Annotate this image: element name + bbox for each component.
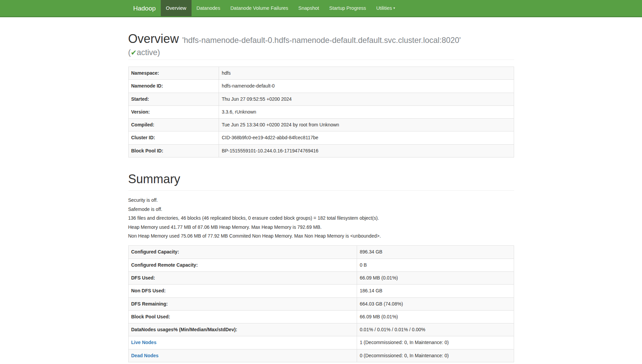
- summary-label: Configured Remote Capacity:: [128, 259, 357, 271]
- security-status-text: Security is off.: [128, 197, 514, 203]
- nav-link-overview[interactable]: Overview: [161, 0, 191, 16]
- summary-page-header: Summary: [128, 171, 514, 191]
- table-row: Block Pool Used: 66.09 MB (0.01%): [128, 310, 514, 323]
- summary-title: Summary: [128, 171, 514, 188]
- page-title-text: Overview: [128, 32, 179, 46]
- nav-link-datanode-volume-failures[interactable]: Datanode Volume Failures: [225, 0, 293, 16]
- info-label: Block Pool ID:: [128, 144, 219, 157]
- caret-down-icon: ▾: [393, 5, 395, 11]
- nav-link-utilities[interactable]: Utilities▾: [371, 0, 400, 16]
- dead-nodes-cell: Dead Nodes: [128, 349, 357, 362]
- non-heap-memory-text: Non Heap Memory used 75.06 MB of 77.92 M…: [128, 233, 514, 239]
- namenode-info-table: Namespace: hdfs Namenode ID: hdfs-nameno…: [128, 67, 514, 157]
- nav-item-startup-progress: Startup Progress: [324, 0, 371, 16]
- nav-item-datanodes: Datanodes: [192, 0, 225, 16]
- main-content: Overview 'hdfs-namenode-default-0.hdfs-n…: [123, 31, 519, 362]
- table-row: Block Pool ID: BP-1515559101-10.244.0.16…: [128, 144, 514, 157]
- info-label: Cluster ID:: [128, 131, 219, 144]
- brand-hadoop[interactable]: Hadoop: [128, 0, 161, 16]
- summary-label: Configured Capacity:: [128, 246, 357, 259]
- table-row: DFS Remaining: 664.03 GB (74.08%): [128, 297, 514, 310]
- table-row: Namespace: hdfs: [128, 67, 514, 80]
- table-row: Version: 3.3.6, rUnknown: [128, 105, 514, 118]
- info-value: CID-368b9fc0-ee19-4d22-abbd-84fcec8117be: [219, 131, 514, 144]
- summary-value: 0.01% / 0.01% / 0.01% / 0.00%: [357, 323, 514, 336]
- nav-utilities-label: Utilities: [376, 5, 392, 11]
- namenode-status: (✔active): [128, 49, 514, 56]
- namenode-address: 'hdfs-namenode-default-0.hdfs-namenode-d…: [182, 36, 461, 45]
- info-label: Version:: [128, 105, 219, 118]
- summary-value: 186.14 GB: [357, 285, 514, 297]
- info-label: Compiled:: [128, 119, 219, 131]
- live-nodes-link[interactable]: Live Nodes: [131, 340, 157, 345]
- summary-value: 0 (Decommissioned: 0, In Maintenance: 0): [357, 349, 514, 362]
- info-value: 3.3.6, rUnknown: [219, 105, 514, 118]
- summary-value: 0 B: [357, 259, 514, 271]
- nav-item-utilities-dropdown: Utilities▾: [371, 0, 400, 16]
- summary-value: 66.09 MB (0.01%): [357, 271, 514, 284]
- info-value: Thu Jun 27 09:52:55 +0200 2024: [219, 93, 514, 105]
- active-check-icon: ✔: [131, 49, 137, 56]
- summary-label: DFS Used:: [128, 271, 357, 284]
- heap-memory-text: Heap Memory used 41.77 MB of 87.06 MB He…: [128, 224, 514, 230]
- safemode-status-text: Safemode is off.: [128, 207, 514, 212]
- table-row: Namenode ID: hdfs-namenode-default-0: [128, 80, 514, 93]
- summary-value: 896.34 GB: [357, 246, 514, 259]
- summary-value: 664.03 GB (74.08%): [357, 297, 514, 310]
- summary-label: Non DFS Used:: [128, 285, 357, 297]
- summary-label: DFS Remaining:: [128, 297, 357, 310]
- summary-label: Block Pool Used:: [128, 310, 357, 323]
- info-value: hdfs-namenode-default-0: [219, 80, 514, 93]
- summary-table: Configured Capacity: 896.34 GB Configure…: [128, 245, 514, 362]
- info-value: Tue Jun 25 13:34:00 +0200 2024 by root f…: [219, 119, 514, 131]
- table-row: Dead Nodes 0 (Decommissioned: 0, In Main…: [128, 349, 514, 362]
- live-nodes-cell: Live Nodes: [128, 336, 357, 349]
- info-value: hdfs: [219, 67, 514, 80]
- info-value: BP-1515559101-10.244.0.16-1719474769416: [219, 144, 514, 157]
- info-label: Started:: [128, 93, 219, 105]
- navbar-container: Hadoop Overview Datanodes Datanode Volum…: [123, 0, 519, 16]
- dead-nodes-link[interactable]: Dead Nodes: [131, 353, 159, 358]
- filesystem-objects-text: 136 files and directories, 46 blocks (46…: [128, 215, 514, 221]
- nav-link-snapshot[interactable]: Snapshot: [293, 0, 324, 16]
- nav-item-datanode-volume-failures: Datanode Volume Failures: [225, 0, 293, 16]
- top-navbar: Hadoop Overview Datanodes Datanode Volum…: [0, 0, 642, 17]
- summary-label: DataNodes usages% (Min/Median/Max/stdDev…: [128, 323, 357, 336]
- info-label: Namenode ID:: [128, 80, 219, 93]
- table-row: Compiled: Tue Jun 25 13:34:00 +0200 2024…: [128, 119, 514, 131]
- overview-page-header: Overview 'hdfs-namenode-default-0.hdfs-n…: [128, 31, 514, 60]
- nav-link-startup-progress[interactable]: Startup Progress: [324, 0, 371, 16]
- nav-item-snapshot: Snapshot: [293, 0, 324, 16]
- nav-link-datanodes[interactable]: Datanodes: [192, 0, 225, 16]
- status-text: active): [137, 48, 160, 57]
- table-row: DFS Used: 66.09 MB (0.01%): [128, 271, 514, 284]
- table-row: Cluster ID: CID-368b9fc0-ee19-4d22-abbd-…: [128, 131, 514, 144]
- info-label: Namespace:: [128, 67, 219, 80]
- navbar-menu: Overview Datanodes Datanode Volume Failu…: [161, 0, 400, 16]
- table-row: Configured Remote Capacity: 0 B: [128, 259, 514, 271]
- table-row: Live Nodes 1 (Decommissioned: 0, In Main…: [128, 336, 514, 349]
- nav-item-overview: Overview: [161, 0, 191, 16]
- table-row: Configured Capacity: 896.34 GB: [128, 246, 514, 259]
- summary-value: 1 (Decommissioned: 0, In Maintenance: 0): [357, 336, 514, 349]
- summary-value: 66.09 MB (0.01%): [357, 310, 514, 323]
- page-title: Overview 'hdfs-namenode-default-0.hdfs-n…: [128, 31, 514, 56]
- table-row: Started: Thu Jun 27 09:52:55 +0200 2024: [128, 93, 514, 105]
- table-row: Non DFS Used: 186.14 GB: [128, 285, 514, 297]
- summary-paragraphs: Security is off. Safemode is off. 136 fi…: [128, 197, 514, 239]
- table-row: DataNodes usages% (Min/Median/Max/stdDev…: [128, 323, 514, 336]
